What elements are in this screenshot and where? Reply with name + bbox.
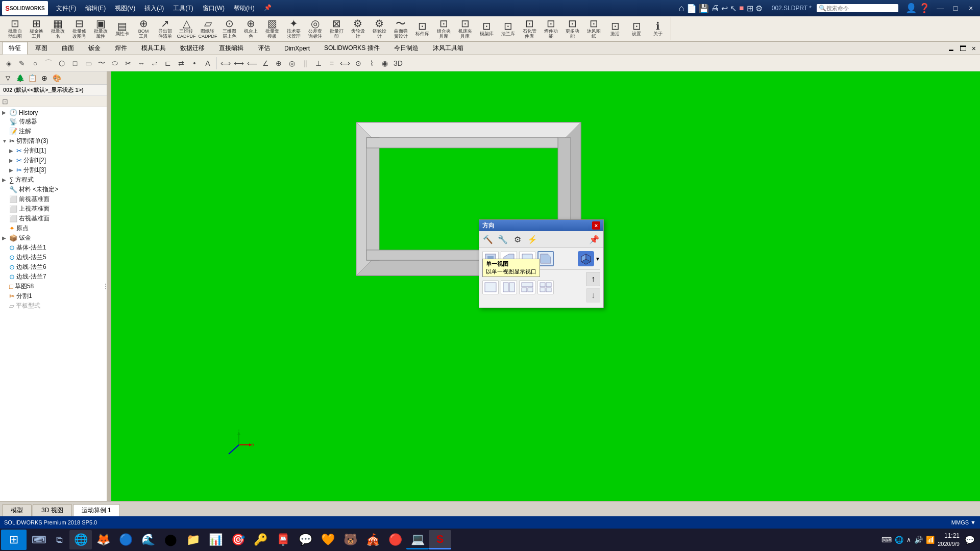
sketch-tool-convert[interactable]: ⇄ <box>175 57 188 70</box>
stop-btn[interactable]: ⏹ <box>739 5 745 12</box>
sketch-tool-select[interactable]: ◈ <box>2 57 15 70</box>
dlg-tool-3[interactable]: ⚙ <box>511 233 524 246</box>
tab-data-migrate[interactable]: 数据迁移 <box>174 42 211 55</box>
view-maximize[interactable]: 🗖 <box>958 44 969 53</box>
search-input[interactable] <box>826 5 888 11</box>
cut-item2-expand[interactable]: ▶ <box>9 158 16 163</box>
cmd-tech-req[interactable]: ✦技术要求管理 <box>283 18 304 40</box>
tab-surface[interactable]: 曲面 <box>55 42 81 55</box>
sketch-tool-horiz-dim[interactable]: ⟷ <box>232 57 246 70</box>
sketch-tool-equal[interactable]: = <box>325 57 338 70</box>
tree-cut-item-3[interactable]: ▶ ✂ 分割1[3] <box>0 165 107 175</box>
direction-down-btn[interactable]: ↓ <box>586 288 600 303</box>
cmd-settings[interactable]: ⊡设置 <box>626 18 647 40</box>
taskbar-search[interactable]: ⌨ <box>29 530 49 549</box>
cmd-attr-card[interactable]: ▤属性卡 <box>111 18 133 40</box>
cmd-gear-design[interactable]: ⚙齿轮设计 <box>347 18 369 40</box>
search-box[interactable]: 🔍 <box>817 4 898 12</box>
cmd-mold-base[interactable]: ⊡模架库 <box>476 18 497 40</box>
menu-insert[interactable]: 插入(J) <box>140 3 168 14</box>
view-cube[interactable]: ▼ <box>578 251 600 266</box>
sketch-tool-point[interactable]: • <box>188 57 201 70</box>
tree-origin[interactable]: ✦ 原点 <box>0 223 107 233</box>
cmd-chain-design[interactable]: ⚙链轮设计 <box>369 18 390 40</box>
task-view-btn[interactable]: ⧉ <box>49 530 69 549</box>
taskbar-app-sw[interactable]: S <box>429 530 451 549</box>
tree-sensors[interactable]: 📡 传感器 <box>0 117 107 127</box>
dlg-tool-2[interactable]: 🔧 <box>496 233 509 246</box>
cmd-export-parts[interactable]: ↗导出部件清单 <box>154 18 176 40</box>
tab-dimxpert[interactable]: DimXpert <box>278 43 316 54</box>
sketch-tool-text[interactable]: A <box>201 57 214 70</box>
tab-sw-addins[interactable]: SOLIDWORKS 插件 <box>317 42 386 55</box>
cmd-machine-color[interactable]: ⊕机台上色 <box>240 18 261 40</box>
tree-material[interactable]: 🔧 材料 <未指定> <box>0 185 107 194</box>
taskbar-app-qq[interactable]: 💬 <box>294 530 316 549</box>
layout-two-horiz[interactable] <box>501 280 517 294</box>
status-units[interactable]: MMGS ▼ <box>951 519 976 525</box>
sketch-tool-coincident[interactable]: ◎ <box>285 57 299 70</box>
cmd-activate[interactable]: ⊡激活 <box>604 18 626 40</box>
taskbar-app-misc[interactable]: 🎪 <box>361 530 384 549</box>
tab-mold-tools[interactable]: 模具工具 <box>135 42 173 55</box>
tray-clock[interactable]: 11:21 2020/9/9 <box>938 532 960 548</box>
cmd-about[interactable]: ℹ关于 <box>647 18 669 40</box>
cmd-3d-layer[interactable]: ⊙三维图层上色 <box>218 18 240 40</box>
tree-cut-item-2[interactable]: ▶ ✂ 分割1[2] <box>0 156 107 165</box>
tree-top-plane[interactable]: ⬜ 上视基准面 <box>0 204 107 214</box>
cmd-more[interactable]: ⊡更多功能 <box>561 18 583 40</box>
cmd-auto-drawing[interactable]: ⊡批量自动出图 <box>4 18 26 40</box>
sketch-tool-parallel[interactable]: ∥ <box>299 57 312 70</box>
tree-sheetmetal[interactable]: ▶ 📦 钣金 <box>0 233 107 243</box>
sketch-tool-offset[interactable]: ⊏ <box>161 57 175 70</box>
home-btn[interactable]: ⌂ <box>679 3 684 14</box>
panel-resize-handle[interactable]: ⋮ <box>107 71 111 501</box>
sketch-tool-rect[interactable]: □ <box>68 57 82 70</box>
tree-cut-item-1[interactable]: ▶ ✂ 分割1[1] <box>0 146 107 156</box>
3d-viewport[interactable]: X Y 方向 × 🔨 🔧 ⚙ ⚡ 📌 <box>111 71 980 501</box>
tab-mufeng[interactable]: 沐风工具箱 <box>426 42 470 55</box>
taskbar-app-360[interactable]: ⬤ <box>159 530 182 549</box>
cut-item1-expand[interactable]: ▶ <box>9 148 16 154</box>
view-close[interactable]: × <box>970 44 978 53</box>
taskbar-app-explorer[interactable]: 📁 <box>182 530 204 549</box>
taskbar-app-edge[interactable]: 🌊 <box>137 530 159 549</box>
layout-four[interactable] <box>537 280 554 294</box>
tray-sound[interactable]: 🔊 <box>914 536 923 544</box>
tree-sketch58[interactable]: □ 草图58 <box>0 282 107 291</box>
cursor-btn[interactable]: ↖ <box>730 4 737 13</box>
cmd-tolerance[interactable]: ◎公差查询标注 <box>304 18 326 40</box>
close-btn[interactable]: × <box>964 3 978 14</box>
taskbar-app-key[interactable]: 🔑 <box>249 530 272 549</box>
sketch-tool-ellipse[interactable]: ⬭ <box>108 57 121 70</box>
sketch-tool-arc[interactable]: ⌒ <box>42 57 55 70</box>
new-btn[interactable]: 📄 <box>687 4 697 13</box>
layout-single[interactable] <box>482 280 499 294</box>
sketch-tool-extend[interactable]: ↔ <box>135 57 148 70</box>
minimize-btn[interactable]: — <box>933 3 947 14</box>
start-button[interactable]: ⊞ <box>1 530 27 550</box>
cmd-pipe-lib[interactable]: ⊡石化管件库 <box>519 18 540 40</box>
tray-more[interactable]: ∧ <box>906 536 911 543</box>
taskbar-app-ent[interactable]: 🐻 <box>339 530 361 549</box>
tree-flat-pattern[interactable]: ▱ 平板型式 <box>0 301 107 311</box>
print-btn[interactable]: 🖨 <box>711 4 719 13</box>
tree-front-plane[interactable]: ⬜ 前视基准面 <box>0 194 107 204</box>
tab-feature[interactable]: 特征 <box>2 42 28 55</box>
sketch-tool-trim[interactable]: ✂ <box>121 57 135 70</box>
sketch-tool-perp[interactable]: ⊥ <box>312 57 325 70</box>
cmd-batch-num[interactable]: ⊟批量修改图号 <box>68 18 90 40</box>
dlg-tool-1[interactable]: 🔨 <box>481 233 495 246</box>
cmd-batch-prop[interactable]: ▣批量改属性 <box>90 18 111 40</box>
tray-keyboard[interactable]: ⌨ <box>881 536 892 544</box>
dlg-pin[interactable]: 📌 <box>587 235 601 244</box>
cmd-bom[interactable]: ⊕BOM工具 <box>133 18 154 40</box>
direction-dialog-close[interactable]: × <box>592 221 600 230</box>
taskbar-app-excel[interactable]: 📊 <box>204 530 227 549</box>
menu-pin[interactable]: 📌 <box>260 3 276 14</box>
sketch-tool-midpoint[interactable]: ⊙ <box>352 57 365 70</box>
menu-edit[interactable]: 编辑(E) <box>81 3 110 14</box>
cmd-spring[interactable]: 〜曲面弹簧设计 <box>390 18 411 40</box>
menu-help[interactable]: 帮助(H) <box>230 3 259 14</box>
sketch-tool-tang[interactable]: ⌇ <box>365 57 378 70</box>
